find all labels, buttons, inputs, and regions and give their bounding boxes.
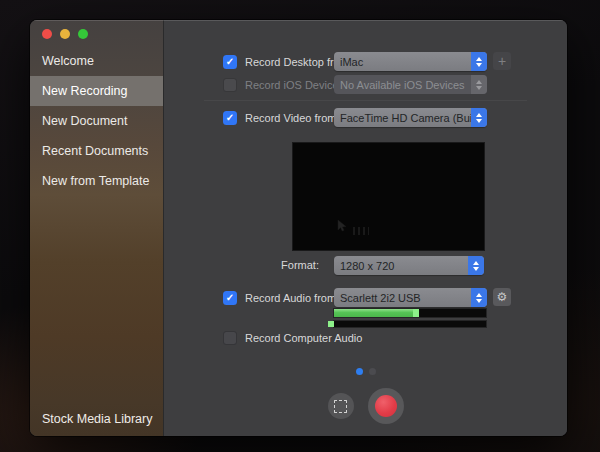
record-ios-checkbox	[223, 78, 237, 92]
stepper-icon	[471, 52, 487, 71]
audio-level-fill-left	[334, 309, 419, 317]
region-select-icon	[334, 400, 347, 413]
sidebar-item-recent-documents[interactable]: Recent Documents	[30, 136, 163, 166]
format-value: 1280 x 720	[334, 260, 468, 272]
desktop-source-select[interactable]: iMac	[334, 52, 487, 71]
audio-level-meter-right	[334, 321, 486, 327]
record-video-row: ✓ Record Video from:	[223, 108, 340, 127]
sidebar-list: Welcome New Recording New Document Recen…	[30, 46, 163, 196]
record-icon	[375, 395, 397, 417]
footer-controls	[164, 384, 567, 428]
audio-settings-button[interactable]: ⚙	[493, 288, 511, 306]
stepper-icon	[468, 256, 484, 275]
desktop-source-value: iMac	[334, 56, 471, 68]
close-icon[interactable]	[42, 29, 52, 39]
video-source-value: FaceTime HD Camera (Built-in)	[334, 112, 471, 124]
camera-preview	[293, 143, 484, 250]
stepper-icon	[471, 288, 487, 307]
zoom-icon[interactable]	[78, 29, 88, 39]
record-computer-audio-label: Record Computer Audio	[245, 332, 362, 344]
ios-device-select: No Available iOS Devices	[334, 75, 487, 94]
audio-source-value: Scarlett 2i2 USB	[334, 292, 471, 304]
page-dot-active[interactable]	[356, 368, 363, 375]
sidebar-item-new-document[interactable]: New Document	[30, 106, 163, 136]
record-button[interactable]	[368, 388, 404, 424]
record-ios-label: Record iOS Device:	[245, 79, 342, 91]
stepper-icon	[471, 75, 487, 94]
audio-source-select[interactable]: Scarlett 2i2 USB	[334, 288, 487, 307]
cursor-icon	[337, 220, 349, 232]
page-dot-inactive[interactable]	[369, 368, 376, 375]
add-display-button[interactable]: +	[493, 52, 511, 70]
record-video-label: Record Video from:	[245, 112, 340, 124]
sidebar-item-welcome[interactable]: Welcome	[30, 46, 163, 76]
record-desktop-row: ✓ Record Desktop from:	[223, 52, 352, 71]
audio-level-meter-left	[334, 309, 486, 317]
check-icon: ✓	[226, 293, 234, 303]
preview-artifact	[353, 227, 369, 235]
record-audio-row: ✓ Record Audio from:	[223, 288, 339, 307]
recording-options-panel: ✓ Record Desktop from: iMac + Record iOS…	[163, 20, 567, 436]
minimize-icon[interactable]	[60, 29, 70, 39]
format-select[interactable]: 1280 x 720	[334, 256, 484, 275]
format-label: Format:	[269, 256, 319, 275]
page-indicator	[164, 368, 567, 375]
record-audio-checkbox[interactable]: ✓	[223, 291, 237, 305]
record-video-checkbox[interactable]: ✓	[223, 111, 237, 125]
record-computer-audio-checkbox[interactable]	[223, 331, 237, 345]
sidebar-item-new-recording[interactable]: New Recording	[30, 76, 163, 106]
region-select-button[interactable]	[328, 393, 354, 419]
sidebar-item-stock-media-library[interactable]: Stock Media Library	[42, 412, 152, 426]
record-computer-audio-row: Record Computer Audio	[223, 328, 362, 347]
ios-device-value: No Available iOS Devices	[334, 79, 471, 91]
check-icon: ✓	[226, 57, 234, 67]
video-source-select[interactable]: FaceTime HD Camera (Built-in)	[334, 108, 487, 127]
record-audio-label: Record Audio from:	[245, 292, 339, 304]
section-divider	[204, 100, 527, 101]
stepper-icon	[471, 108, 487, 127]
record-desktop-checkbox[interactable]: ✓	[223, 55, 237, 69]
window-controls	[42, 29, 88, 39]
sidebar-item-new-from-template[interactable]: New from Template	[30, 166, 163, 196]
sidebar: Welcome New Recording New Document Recen…	[30, 20, 163, 436]
record-ios-row: Record iOS Device:	[223, 75, 342, 94]
check-icon: ✓	[226, 113, 234, 123]
app-window: Welcome New Recording New Document Recen…	[30, 20, 567, 436]
